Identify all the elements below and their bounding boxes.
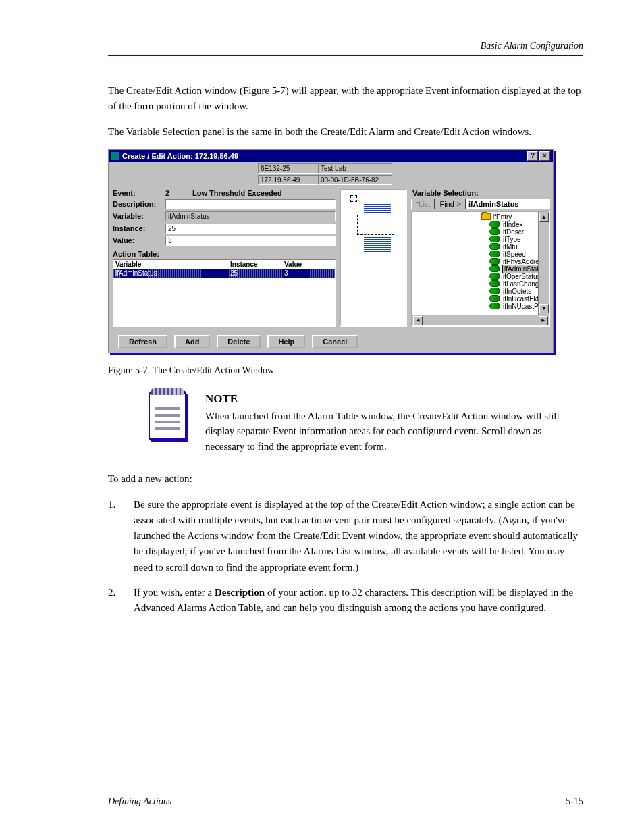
tree-leaf-label: ifMtu — [503, 243, 518, 251]
info-row-1: 6E132-25 Test Lab — [109, 162, 553, 174]
info-ip: 172.19.56.49 — [258, 175, 319, 185]
note-body: When launched from the Alarm Table windo… — [205, 409, 583, 454]
variable-selection-panel: Variable Selection: *List Find-> ifAdmin… — [411, 189, 550, 327]
info-loc: Test Lab — [318, 163, 392, 174]
tree-leaf-label: ifInOctets — [503, 288, 531, 295]
value-input[interactable]: 3 — [165, 236, 336, 246]
instance-input[interactable]: 25 — [165, 224, 336, 234]
note-heading: NOTE — [205, 392, 583, 406]
figure-caption: Figure 5-7. The Create/Edit Action Windo… — [108, 365, 583, 376]
leaf-icon — [489, 295, 500, 302]
note-block: NOTE When launched from the Alarm Table … — [149, 392, 583, 454]
tree-leaf-label: ifInUcastPkts — [503, 295, 542, 303]
event-label: Event: — [113, 189, 165, 197]
form-area: Event: 2 Low Threshold Exceeded Descript… — [113, 189, 336, 327]
leaf-icon — [489, 221, 500, 228]
close-titlebar-button[interactable]: × — [539, 151, 550, 161]
at-head-variable: Variable — [115, 261, 230, 268]
help-titlebar-button[interactable]: ? — [527, 151, 538, 161]
action-table[interactable]: Variable Instance Value ifAdminStatus 25… — [113, 259, 336, 327]
instance-label: Instance: — [113, 224, 165, 232]
folder-icon — [481, 213, 491, 220]
leaf-icon — [489, 258, 500, 265]
refresh-button[interactable]: Refresh — [118, 335, 167, 348]
variable-tree[interactable]: ifEntry ifIndexifDescrifTypeifMtuifSpeed… — [411, 211, 550, 327]
step-item: 1.Be sure the appropriate event is displ… — [108, 497, 583, 575]
tree-folder-label: ifEntry — [493, 213, 512, 221]
app-icon — [111, 152, 119, 160]
scroll-up-icon[interactable]: ▲ — [539, 213, 549, 222]
event-number: 2 — [165, 189, 192, 197]
tree-leaf-label: ifType — [503, 236, 521, 243]
scroll-left-icon[interactable]: ◄ — [413, 316, 423, 325]
at-cell-instance: 25 — [230, 269, 284, 277]
at-cell-variable: ifAdminStatus — [115, 269, 230, 277]
note-icon — [149, 392, 186, 440]
variable-label: Variable: — [113, 212, 165, 220]
window-title: Create / Edit Action: 172.19.56.49 — [122, 152, 238, 160]
value-label: Value: — [113, 236, 165, 244]
tree-leaf-label: ifIndex — [503, 221, 522, 228]
tree-scrollbar-horizontal[interactable]: ◄ ► — [412, 315, 549, 325]
figure-window: Create / Edit Action: 172.19.56.49 ? × 6… — [108, 149, 554, 353]
leaf-icon — [489, 228, 500, 235]
delete-button[interactable]: Delete — [217, 335, 261, 348]
header-section: Basic Alarm Configuration — [108, 41, 583, 51]
para-2: The Variable Selection panel is the same… — [108, 124, 583, 140]
step-number: 1. — [108, 497, 122, 575]
info-model: 6E132-25 — [258, 163, 319, 174]
tree-leaf-label: ifLastChange — [503, 280, 543, 288]
leaf-icon — [489, 273, 500, 280]
description-label: Description: — [113, 200, 165, 208]
para-1: The Create/Edit Action window (Figure 5-… — [108, 83, 583, 115]
tree-scrollbar-vertical[interactable]: ▲ ▼ — [538, 212, 549, 315]
step-text: If you wish, enter a Description of your… — [134, 585, 583, 617]
footer-left: Defining Actions — [108, 796, 171, 807]
list-intro: To add a new action: — [108, 471, 583, 487]
variable-field: ifAdminStatus — [165, 211, 336, 221]
step-item: 2.If you wish, enter a Description of yo… — [108, 585, 583, 617]
titlebar: Create / Edit Action: 172.19.56.49 ? × — [109, 150, 553, 162]
scroll-right-icon[interactable]: ► — [539, 316, 548, 325]
overview-panel — [340, 189, 407, 327]
action-table-label: Action Table: — [113, 250, 336, 258]
event-text: Low Threshold Exceeded — [192, 189, 282, 197]
info-mac: 00-00-1D-5B-76-82 — [318, 175, 392, 185]
info-row-2: 172.19.56.49 00-00-1D-5B-76-82 — [109, 174, 553, 185]
help-button[interactable]: Help — [267, 335, 305, 348]
variable-selection-label: Variable Selection: — [412, 189, 550, 197]
cancel-button[interactable]: Cancel — [312, 335, 358, 348]
at-head-value: Value — [284, 261, 333, 268]
add-button[interactable]: Add — [174, 335, 210, 348]
leaf-icon — [489, 265, 500, 272]
step-text: Be sure the appropriate event is display… — [134, 497, 583, 575]
button-row: Refresh Add Delete Help Cancel — [109, 332, 553, 353]
tree-leaf-label: ifSpeed — [503, 251, 526, 258]
leaf-icon — [489, 280, 500, 287]
find-button[interactable]: Find-> — [435, 199, 466, 209]
footer-right: 5-15 — [566, 796, 583, 807]
leaf-icon — [489, 288, 500, 294]
leaf-icon — [489, 236, 500, 242]
at-cell-value: 3 — [284, 269, 333, 277]
scroll-down-icon[interactable]: ▼ — [539, 304, 549, 313]
at-head-instance: Instance — [230, 261, 284, 268]
step-number: 2. — [108, 585, 122, 617]
leaf-icon — [489, 303, 500, 309]
list-button[interactable]: *List — [411, 199, 435, 209]
leaf-icon — [489, 251, 500, 257]
header-rule — [108, 55, 583, 56]
at-row-selected[interactable]: ifAdminStatus 25 3 — [113, 269, 335, 278]
variable-search-input[interactable]: ifAdminStatus — [466, 199, 550, 209]
leaf-icon — [489, 243, 500, 250]
page-footer: Defining Actions 5-15 — [108, 796, 583, 807]
description-input[interactable] — [165, 199, 336, 209]
tree-leaf-label: ifDescr — [503, 228, 524, 236]
tree-leaf-label: ifOperStatus — [503, 273, 541, 280]
